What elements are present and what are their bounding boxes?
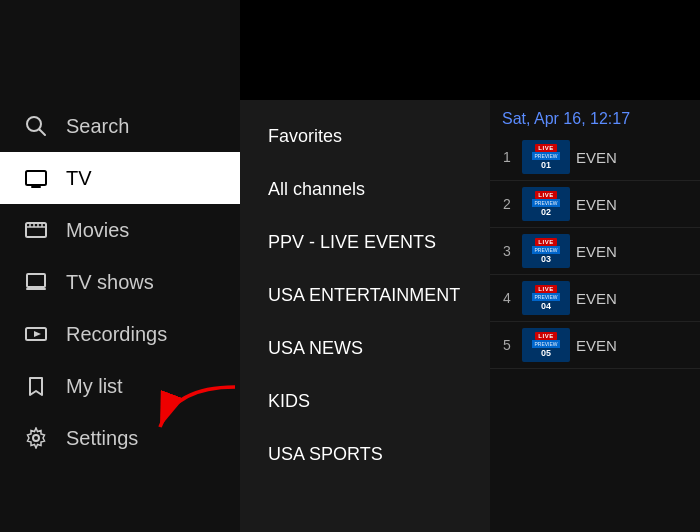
sidebar-label-recordings: Recordings — [66, 323, 167, 346]
svg-rect-11 — [26, 288, 46, 290]
middle-item-ppv[interactable]: PPV - LIVE EVENTS — [240, 216, 490, 269]
svg-point-15 — [33, 435, 39, 441]
epg-badge-num-5: 05 — [541, 348, 551, 358]
svg-rect-4 — [26, 223, 46, 237]
epg-badge-num-2: 02 — [541, 207, 551, 217]
tvshows-icon — [24, 270, 48, 294]
sidebar-label-search: Search — [66, 115, 129, 138]
recordings-icon — [24, 322, 48, 346]
sidebar-item-recordings[interactable]: Recordings — [0, 308, 240, 360]
epg-text-3: EVEN — [576, 243, 617, 260]
epg-row-4: 4 LIVE PREVIEW 04 EVEN — [490, 275, 700, 322]
epg-row-3: 3 LIVE PREVIEW 03 EVEN — [490, 228, 700, 275]
tv-icon — [24, 166, 48, 190]
epg-row-1: 1 LIVE PREVIEW 01 EVEN — [490, 134, 700, 181]
epg-thumb-1: LIVE PREVIEW 01 — [522, 140, 570, 174]
search-icon — [24, 114, 48, 138]
sidebar-label-mylist: My list — [66, 375, 123, 398]
middle-item-kids[interactable]: KIDS — [240, 375, 490, 428]
epg-num-1: 1 — [498, 149, 516, 165]
middle-item-favorites[interactable]: Favorites — [240, 110, 490, 163]
epg-thumb-4: LIVE PREVIEW 04 — [522, 281, 570, 315]
epg-num-5: 5 — [498, 337, 516, 353]
movies-icon — [24, 218, 48, 242]
sidebar-label-settings: Settings — [66, 427, 138, 450]
epg-text-5: EVEN — [576, 337, 617, 354]
middle-panel: Favorites All channels PPV - LIVE EVENTS… — [240, 100, 490, 532]
sidebar: Search TV Movies — [0, 0, 240, 532]
epg-row-2: 2 LIVE PREVIEW 02 EVEN — [490, 181, 700, 228]
svg-marker-14 — [34, 331, 41, 337]
middle-item-all-channels[interactable]: All channels — [240, 163, 490, 216]
middle-item-usa-sports[interactable]: USA SPORTS — [240, 428, 490, 481]
svg-rect-10 — [27, 274, 45, 287]
red-arrow-svg — [145, 382, 265, 442]
sidebar-item-search[interactable]: Search — [0, 100, 240, 152]
epg-text-1: EVEN — [576, 149, 617, 166]
epg-num-3: 3 — [498, 243, 516, 259]
sidebar-label-movies: Movies — [66, 219, 129, 242]
epg-row-5: 5 LIVE PREVIEW 05 EVEN — [490, 322, 700, 369]
epg-thumb-2: LIVE PREVIEW 02 — [522, 187, 570, 221]
epg-text-4: EVEN — [576, 290, 617, 307]
sidebar-item-tvshows[interactable]: TV shows — [0, 256, 240, 308]
sidebar-label-tv: TV — [66, 167, 92, 190]
settings-icon — [24, 426, 48, 450]
epg-num-2: 2 — [498, 196, 516, 212]
epg-badge-num-4: 04 — [541, 301, 551, 311]
svg-rect-2 — [26, 171, 46, 185]
epg-badge-num-1: 01 — [541, 160, 551, 170]
epg-badge-num-3: 03 — [541, 254, 551, 264]
sidebar-label-tvshows: TV shows — [66, 271, 154, 294]
epg-text-2: EVEN — [576, 196, 617, 213]
sidebar-item-tv[interactable]: TV — [0, 152, 240, 204]
epg-thumb-5: LIVE PREVIEW 05 — [522, 328, 570, 362]
sidebar-item-movies[interactable]: Movies — [0, 204, 240, 256]
svg-line-1 — [40, 130, 46, 136]
middle-item-usa-entertainment[interactable]: USA ENTERTAINMENT — [240, 269, 490, 322]
epg-header: Sat, Apr 16, 12:17 — [490, 100, 700, 134]
epg-thumb-3: LIVE PREVIEW 03 — [522, 234, 570, 268]
mylist-icon — [24, 374, 48, 398]
middle-item-usa-news[interactable]: USA NEWS — [240, 322, 490, 375]
epg-panel: Sat, Apr 16, 12:17 1 LIVE PREVIEW 01 EVE… — [490, 100, 700, 532]
epg-num-4: 4 — [498, 290, 516, 306]
